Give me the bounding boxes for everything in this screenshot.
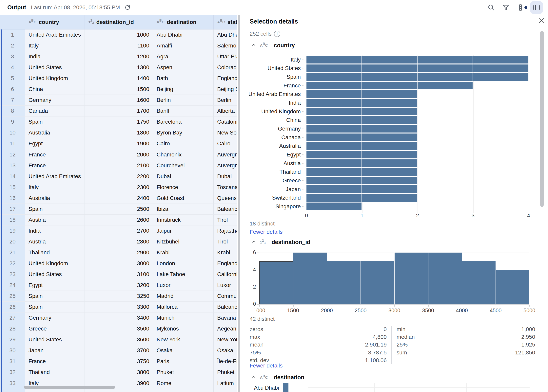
cell-state[interactable]: Rajastha — [214, 225, 237, 236]
histogram-bin[interactable] — [428, 252, 462, 304]
cell-destination[interactable]: Paris — [153, 356, 214, 367]
cell-state[interactable]: Balearic — [214, 204, 237, 215]
row-number-cell[interactable]: 22 — [0, 258, 25, 269]
row-number-cell[interactable]: 14 — [0, 171, 25, 182]
cell-state[interactable]: Berlin — [214, 95, 237, 106]
cell-country[interactable]: Australia — [25, 193, 85, 204]
cell-destination-id[interactable]: 2800 — [85, 236, 153, 247]
cell-state[interactable]: Aegean — [214, 323, 237, 334]
cell-state[interactable]: Beijing S — [214, 84, 237, 95]
close-icon[interactable] — [537, 16, 546, 26]
cell-destination[interactable]: Chamonix — [153, 149, 214, 160]
cell-country[interactable]: United Kingdom — [25, 258, 85, 269]
cell-destination-id[interactable]: 3250 — [85, 291, 153, 302]
row-number-cell[interactable]: 10 — [0, 127, 25, 138]
cell-state[interactable]: England — [214, 258, 237, 269]
cell-destination-id[interactable]: 2900 — [85, 247, 153, 258]
row-number-cell[interactable]: 7 — [0, 95, 25, 106]
cell-country[interactable]: Spain — [25, 291, 85, 302]
fewer-details-link[interactable]: Fewer details — [250, 363, 283, 369]
cell-state[interactable]: Colorado — [214, 62, 237, 73]
country-bar[interactable] — [306, 142, 418, 150]
country-bar[interactable] — [306, 151, 418, 158]
cell-destination-id[interactable]: 2600 — [85, 215, 153, 225]
destination-bar[interactable] — [283, 383, 288, 392]
refresh-icon[interactable] — [123, 3, 132, 12]
row-number-cell[interactable]: 27 — [0, 313, 25, 323]
row-number-cell[interactable]: 21 — [0, 247, 25, 258]
cell-destination-id[interactable]: 1400 — [85, 73, 153, 84]
row-number-cell[interactable]: 4 — [0, 62, 25, 73]
cell-state[interactable]: Queensla — [214, 193, 237, 204]
cell-destination[interactable]: Kitzbühel — [153, 236, 214, 247]
cell-state[interactable]: Phuket — [214, 367, 237, 378]
row-number-cell[interactable]: 31 — [0, 356, 25, 367]
cell-country[interactable]: Germany — [25, 95, 85, 106]
cell-destination[interactable] — [153, 389, 214, 392]
cell-state[interactable]: Salerno — [214, 40, 237, 51]
country-bar[interactable] — [306, 56, 529, 63]
cell-destination[interactable]: Beijing — [153, 84, 214, 95]
cell-destination[interactable]: Mallorca — [153, 302, 214, 313]
row-number-cell[interactable]: 23 — [0, 269, 25, 280]
cell-state[interactable]: Luxor — [214, 280, 237, 291]
row-number-cell[interactable]: 13 — [0, 160, 25, 171]
country-bar[interactable] — [306, 177, 418, 184]
cell-destination[interactable]: Barcelona — [153, 117, 214, 127]
cell-destination[interactable]: Luxor — [153, 280, 214, 291]
cell-state[interactable]: Uttar Pra — [214, 51, 237, 62]
country-bar[interactable] — [306, 64, 529, 72]
row-number-cell[interactable]: 32 — [0, 367, 25, 378]
cell-state[interactable]: Tirol — [214, 236, 237, 247]
cell-state[interactable] — [214, 389, 237, 392]
cell-destination[interactable]: London — [153, 258, 214, 269]
cell-country[interactable]: United States — [25, 269, 85, 280]
cell-state[interactable]: Commun — [214, 291, 237, 302]
cell-country[interactable]: China — [25, 84, 85, 95]
row-number-cell[interactable]: 16 — [0, 193, 25, 204]
row-number-cell[interactable]: 26 — [0, 302, 25, 313]
histogram-bin[interactable] — [496, 270, 530, 304]
cell-state[interactable]: Tirol — [214, 215, 237, 225]
cell-destination-id[interactable]: 3400 — [85, 313, 153, 323]
cell-destination[interactable]: Cairo — [153, 138, 214, 149]
cell-country[interactable]: Japan — [25, 345, 85, 356]
cell-state[interactable]: Latium — [214, 378, 237, 389]
histogram-bin[interactable] — [327, 261, 361, 304]
cell-state[interactable]: Toscana — [214, 182, 237, 193]
row-number-cell[interactable]: 34 — [0, 389, 25, 392]
cell-destination-id[interactable]: 2100 — [85, 160, 153, 171]
cell-destination-id[interactable] — [85, 389, 153, 392]
country-bar[interactable] — [306, 99, 418, 107]
cell-country[interactable]: United Kingdom — [25, 73, 85, 84]
cell-destination-id[interactable]: 2300 — [85, 182, 153, 193]
cell-destination-id[interactable]: 1200 — [85, 51, 153, 62]
search-icon[interactable] — [486, 3, 496, 12]
cell-state[interactable]: Alberta — [214, 106, 237, 117]
cell-destination[interactable]: Gold Coast — [153, 193, 214, 204]
cell-destination[interactable]: Phuket — [153, 367, 214, 378]
columns-icon[interactable] — [516, 3, 525, 12]
cell-destination[interactable]: Banff — [153, 106, 214, 117]
histogram-bin[interactable] — [361, 261, 395, 304]
cell-destination[interactable]: Madrid — [153, 291, 214, 302]
cell-country[interactable]: Thailand — [25, 367, 85, 378]
country-bar[interactable] — [306, 73, 529, 81]
row-number-cell[interactable]: 1 — [0, 29, 25, 40]
cell-destination[interactable]: Bath — [153, 73, 214, 84]
cell-country[interactable]: United Arab Emirates — [25, 29, 85, 40]
cell-country[interactable]: Austria — [25, 236, 85, 247]
cell-destination[interactable]: Berlin — [153, 95, 214, 106]
column-header-country[interactable]: ABCcountry — [25, 15, 85, 29]
cell-destination[interactable]: Jaipur — [153, 225, 214, 236]
cell-state[interactable]: Dubai — [214, 171, 237, 182]
histogram-bin[interactable] — [293, 252, 327, 304]
cell-destination[interactable]: Amalfi — [153, 40, 214, 51]
cell-destination[interactable]: Abu Dhabi — [153, 29, 214, 40]
cell-state[interactable]: Île-de-Fr — [214, 356, 237, 367]
row-number-cell[interactable]: 2 — [0, 40, 25, 51]
country-bar[interactable] — [306, 159, 418, 167]
cell-destination-id[interactable]: 2000 — [85, 149, 153, 160]
country-bar[interactable] — [306, 185, 418, 193]
row-number-cell[interactable]: 25 — [0, 291, 25, 302]
